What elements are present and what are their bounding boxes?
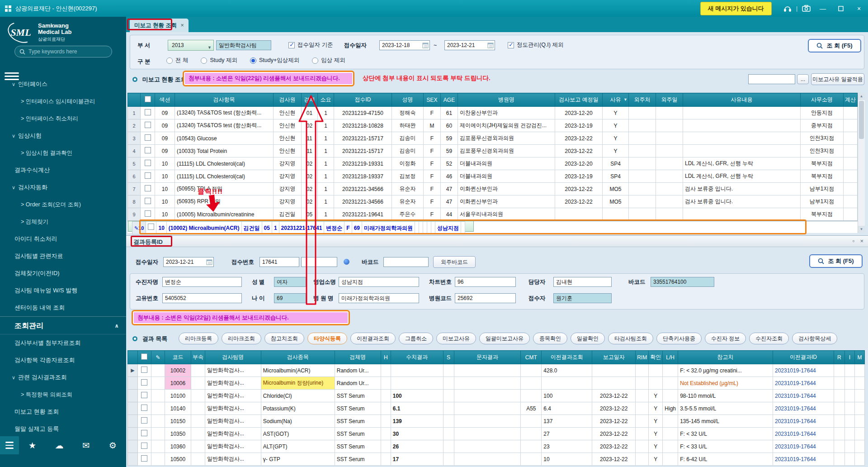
cell-name[interactable]: 김송미 [392, 145, 424, 157]
cell-sex[interactable]: F [424, 107, 441, 119]
cell-sex[interactable]: F [424, 145, 441, 157]
sidebar-item[interactable]: 검체찾기(이전ID) [0, 265, 126, 282]
date-to-field[interactable]: 2023-12-21 [444, 40, 495, 50]
cell-pid[interactable]: 20231019-17644 [773, 364, 834, 377]
cell-soyo[interactable]: 1 [318, 170, 334, 183]
column-header-pid[interactable]: 이전결과ID [773, 351, 834, 364]
cell-rdate[interactable] [592, 364, 636, 377]
bulk-reason-input[interactable] [748, 74, 795, 84]
cell-out_date[interactable] [656, 208, 683, 221]
cell-section[interactable]: 10 [155, 183, 175, 195]
checkbox-recv-date-basis[interactable]: 접수일자 기준 [288, 41, 333, 49]
cell-code[interactable]: 10350 [165, 428, 191, 440]
cell-hospital[interactable]: 김포풍무신경외과의원 [458, 132, 555, 145]
scrollbar-thumb[interactable] [859, 101, 864, 139]
cell-lh[interactable] [663, 428, 678, 440]
cell-due[interactable]: 2023-12-20 [555, 107, 603, 119]
hospital-code-field[interactable]: 25692 [455, 293, 516, 303]
cell-rim[interactable] [636, 402, 649, 415]
cell-ref[interactable]: F: < 32.0 µg/mg creatini... [678, 364, 773, 377]
cell-prev[interactable]: 23 [542, 440, 592, 453]
row-checkbox[interactable] [145, 185, 151, 191]
cell-soyo[interactable]: 1 [318, 107, 334, 119]
sidebar-item[interactable]: > 검체찾기 [0, 213, 126, 230]
cell-tester[interactable]: 안신현 [274, 107, 302, 119]
cell-txt[interactable] [454, 415, 521, 428]
cell-age[interactable]: 69 [352, 222, 362, 234]
cell-I[interactable] [844, 364, 854, 377]
column-header-rdate[interactable]: 보고일자 [592, 351, 636, 364]
cell-reason_text[interactable] [683, 107, 801, 119]
cell-calc[interactable] [844, 170, 858, 183]
calendar-icon[interactable] [487, 42, 494, 48]
cell-M[interactable] [854, 364, 864, 377]
cell-I[interactable] [844, 402, 854, 415]
cell-age[interactable]: 61 [441, 107, 458, 119]
cell-specimen[interactable]: 11 [302, 132, 318, 145]
cell-reason[interactable]: SP4 [603, 157, 629, 170]
cell-reason[interactable] [419, 222, 423, 234]
result-button[interactable]: 종목확인 [533, 333, 567, 344]
cell-cmt[interactable] [521, 390, 542, 402]
cell-id[interactable]: 20231221-15717 [334, 132, 392, 145]
barcode2-field[interactable]: 33551764100 [651, 277, 714, 287]
cell-out_to[interactable] [423, 222, 427, 234]
column-header-specimen[interactable]: 검체 [302, 93, 318, 107]
cell-calc[interactable] [844, 208, 858, 221]
cell-txt[interactable] [454, 428, 521, 440]
camera-icon[interactable] [798, 3, 814, 14]
result-button[interactable]: 일괄확인 [571, 333, 605, 344]
sidebar-item[interactable]: 검사항목 각종자료조회 [0, 352, 126, 369]
result-button[interactable]: 참고치조회 [264, 333, 304, 344]
cell-soyo[interactable]: 1 [318, 132, 334, 145]
result-button[interactable]: 리마크조회 [222, 333, 261, 344]
column-header-m[interactable] [128, 351, 138, 364]
cell-code[interactable]: 10140 [165, 402, 191, 415]
cell-sex[interactable]: F [424, 195, 441, 208]
cell-soyo[interactable]: 1 [318, 195, 334, 208]
cell-name[interactable]: 정해숙 [392, 107, 424, 119]
cell-ref[interactable]: 98-110 mmol/L [678, 390, 773, 402]
minimize-button[interactable]: — [814, 2, 832, 15]
cell-soyo[interactable]: 1 [318, 208, 334, 221]
cell-S[interactable] [443, 364, 454, 377]
cell-prev[interactable]: 100 [542, 390, 592, 402]
cell-reason_text[interactable]: 검사 보류중 입니다. [683, 195, 801, 208]
cell-tester[interactable]: 강지영 [274, 195, 302, 208]
cell-S[interactable] [443, 377, 454, 390]
sidebar-item[interactable]: ∨임상시험 [0, 127, 126, 144]
cell-soyo[interactable]: 1 [318, 145, 334, 157]
cell-id[interactable]: 20231219-19331 [334, 157, 392, 170]
cell-prev[interactable]: 10 [542, 453, 592, 466]
cell-item[interactable]: (11115) LDL Cholesterol(cal) [175, 157, 274, 170]
uid-field[interactable]: 5405052 [162, 293, 242, 303]
cell-R[interactable] [834, 428, 844, 440]
cell-tester[interactable]: 안신현 [274, 132, 302, 145]
cell-out_date[interactable] [656, 119, 683, 132]
cell-ref[interactable]: Not Established (µg/mL) [678, 377, 773, 390]
cell-num[interactable]: ✎10 [132, 222, 146, 234]
cell-due[interactable]: 2023-12-19 [555, 170, 603, 183]
recv-no2-field[interactable] [301, 257, 337, 267]
cell-S[interactable] [443, 453, 454, 466]
sidebar-item[interactable]: 검사부서별 첨부자료조회 [0, 334, 126, 352]
cell-tester[interactable]: 안신현 [274, 119, 302, 132]
cell-out_to[interactable] [629, 107, 656, 119]
cell-S[interactable] [443, 390, 454, 402]
row-checkbox[interactable] [141, 379, 147, 386]
cell-item[interactable]: (10033) Total Protein [175, 145, 274, 157]
cell-rim[interactable] [636, 364, 649, 377]
column-header-txt[interactable]: 문자결과 [454, 351, 521, 364]
cell-pid[interactable]: 20231019-17644 [773, 440, 834, 453]
cell-I[interactable] [844, 453, 854, 466]
gender-field[interactable]: 여자 [274, 277, 306, 287]
cell-sex[interactable]: F [424, 157, 441, 170]
cell-age[interactable]: 47 [441, 195, 458, 208]
cell-ref[interactable]: 3.5-5.5 mmol/L [678, 402, 773, 415]
cell-rim[interactable] [636, 440, 649, 453]
cell-M[interactable] [854, 453, 864, 466]
chart-field[interactable]: 96 [455, 277, 516, 287]
cell-item[interactable]: (11115) LDL Cholesterol(cal) [175, 170, 274, 183]
cell-hospital[interactable]: 미래가정의학과의원 [362, 222, 415, 234]
scroll-down-icon[interactable]: ▼ [858, 226, 865, 233]
